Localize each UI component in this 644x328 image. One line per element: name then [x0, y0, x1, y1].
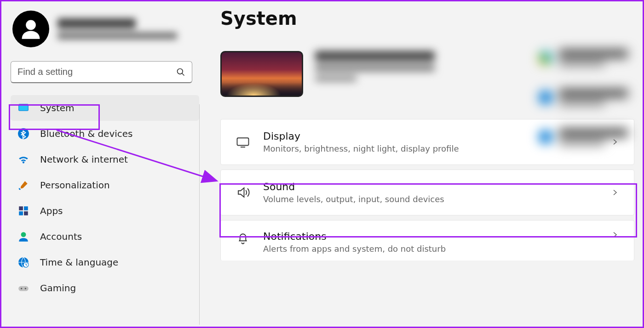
svg-rect-6	[19, 206, 23, 210]
sidebar-item-system[interactable]: System	[11, 95, 199, 121]
search-input[interactable]	[17, 67, 176, 77]
wifi-icon	[17, 153, 30, 166]
sidebar-item-label: System	[40, 102, 75, 113]
setting-row-notifications[interactable]: Notifications Alerts from apps and syste…	[220, 220, 634, 260]
svg-line-2	[182, 73, 184, 75]
device-wallpaper-thumb	[220, 51, 303, 97]
monitor-icon	[17, 102, 30, 114]
setting-title: Notifications	[263, 231, 446, 242]
person-icon	[17, 230, 30, 243]
user-account-block[interactable]	[11, 11, 199, 47]
bell-icon	[236, 231, 250, 245]
sidebar-item-label: Network & internet	[40, 154, 128, 165]
sidebar-item-personalization[interactable]: Personalization	[11, 172, 199, 198]
setting-title: Sound	[263, 181, 444, 192]
sidebar-item-label: Gaming	[40, 283, 76, 294]
sidebar-item-apps[interactable]: Apps	[11, 198, 199, 224]
user-name-block	[58, 18, 177, 40]
sidebar-item-label: Accounts	[40, 231, 82, 242]
quick-links-block	[539, 49, 628, 146]
sidebar-item-accounts[interactable]: Accounts	[11, 224, 199, 249]
main-content: System Display Monitors, brightness, nig…	[204, 8, 637, 260]
sound-icon	[236, 185, 250, 200]
svg-rect-4	[19, 104, 28, 110]
setting-row-sound[interactable]: Sound Volume levels, output, input, soun…	[220, 170, 634, 215]
sidebar-item-label: Personalization	[40, 180, 110, 191]
apps-icon	[17, 204, 30, 217]
search-icon	[176, 68, 185, 77]
svg-point-15	[25, 288, 26, 289]
svg-point-1	[178, 68, 183, 74]
svg-rect-16	[237, 138, 249, 145]
svg-point-14	[21, 288, 22, 289]
person-icon	[19, 17, 43, 41]
sidebar-item-label: Time & language	[40, 257, 118, 268]
svg-rect-9	[24, 211, 28, 215]
device-name-block	[315, 51, 435, 81]
svg-point-0	[26, 20, 36, 30]
divider	[199, 104, 200, 325]
sidebar: System Bluetooth & devices Network & int…	[1, 1, 199, 327]
setting-title: Display	[263, 130, 459, 142]
setting-subtitle: Volume levels, output, input, sound devi…	[263, 194, 444, 204]
setting-subtitle: Monitors, brightness, night light, displ…	[263, 144, 459, 153]
svg-rect-13	[18, 286, 29, 291]
sidebar-item-time-language[interactable]: Time & language	[11, 249, 199, 275]
gamepad-icon	[17, 282, 30, 294]
chevron-right-icon	[611, 188, 619, 197]
globe-clock-icon	[17, 256, 30, 269]
svg-rect-7	[24, 206, 28, 210]
sidebar-item-label: Bluetooth & devices	[40, 128, 133, 139]
brush-icon	[17, 179, 30, 192]
sidebar-item-network[interactable]: Network & internet	[11, 147, 199, 172]
sidebar-item-bluetooth[interactable]: Bluetooth & devices	[11, 121, 199, 147]
bluetooth-icon	[17, 127, 30, 140]
avatar	[12, 11, 49, 47]
display-icon	[236, 135, 250, 149]
sidebar-item-gaming[interactable]: Gaming	[11, 275, 199, 301]
search-box[interactable]	[11, 61, 192, 83]
svg-point-10	[21, 232, 26, 237]
chevron-right-icon	[611, 231, 619, 239]
setting-subtitle: Alerts from apps and system, do not dist…	[263, 244, 446, 254]
svg-rect-8	[19, 211, 23, 215]
sidebar-nav: System Bluetooth & devices Network & int…	[11, 95, 199, 301]
sidebar-item-label: Apps	[40, 205, 63, 216]
page-title: System	[204, 8, 637, 29]
